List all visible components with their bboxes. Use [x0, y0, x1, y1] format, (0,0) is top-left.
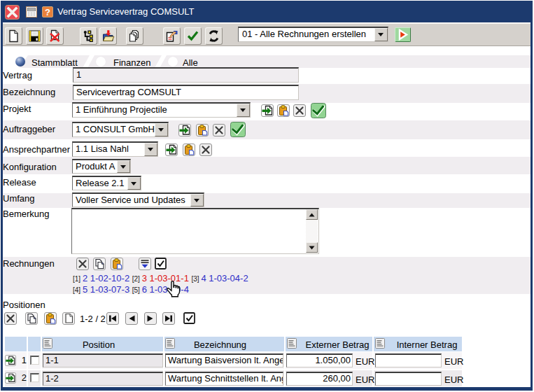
svg-text:?: ? [45, 7, 50, 18]
